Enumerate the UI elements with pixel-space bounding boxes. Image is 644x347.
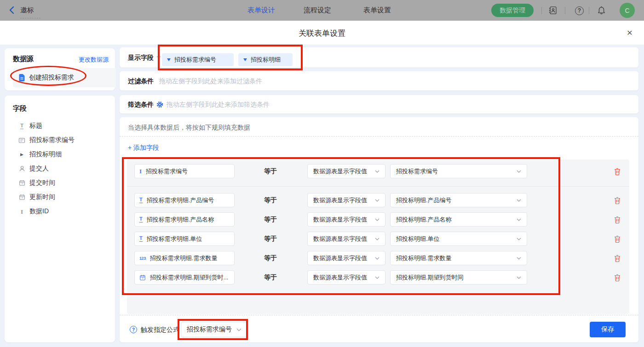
chevron-down-icon: [517, 238, 521, 240]
target-select[interactable]: 招投标明细.需求数量: [390, 251, 527, 265]
divider: [120, 315, 638, 315]
screen-condition-row[interactable]: 筛选条件 拖动左侧字段到此处来添加筛选条件: [120, 95, 638, 114]
serial-icon: [18, 137, 25, 144]
source-select[interactable]: 数据源表显示字段值: [307, 251, 385, 265]
chevron-down-icon: [375, 257, 380, 260]
delete-rule-button[interactable]: [613, 251, 622, 265]
rule-field-box[interactable]: T 招投标需求明细.产品编号: [134, 193, 235, 207]
trash-icon: [614, 197, 621, 204]
operator-label: 等于: [264, 270, 277, 284]
delete-rule-button[interactable]: [613, 232, 622, 246]
text-icon: T: [139, 216, 143, 222]
rule-field-box[interactable]: 123 招投标需求明细.需求数量: [134, 251, 235, 265]
add-field-link[interactable]: + 添加字段: [128, 144, 159, 152]
delete-rule-button[interactable]: [613, 164, 622, 178]
add-display-field-button[interactable]: +: [156, 52, 161, 62]
target-select[interactable]: 招投标明细.产品名称: [390, 212, 527, 227]
source-select[interactable]: 数据源表显示字段值: [307, 270, 385, 284]
field-item-serial[interactable]: 招投标需求编号: [13, 133, 116, 147]
target-select[interactable]: 招投标明细.期望到货时间: [390, 270, 527, 284]
id-text-icon: I: [139, 168, 142, 174]
text-icon: T: [139, 197, 143, 203]
target-select[interactable]: 招投标明细.单位: [390, 232, 527, 246]
source-select[interactable]: 数据源表显示字段值: [307, 164, 385, 178]
contacts-book-icon[interactable]: [548, 6, 557, 17]
delete-rule-button[interactable]: [613, 212, 622, 227]
chevron-down-icon: [375, 218, 380, 221]
number-icon: 123: [139, 256, 146, 261]
target-select[interactable]: 招投标明细.产品编号: [390, 193, 527, 207]
rule-field-box[interactable]: T 招投标需求明细.产品名称: [134, 212, 235, 227]
datasource-card: 数据源 更改数据源 创建招投标需求: [5, 48, 115, 91]
datasource-title: 数据源: [13, 55, 34, 63]
datasource-item-label: 创建招投标需求: [29, 74, 74, 82]
nav-separator: [589, 7, 589, 14]
operator-label: 等于: [264, 232, 277, 246]
trash-icon: [614, 216, 621, 223]
person-icon: [18, 165, 25, 172]
expand-triangle-icon[interactable]: ▶: [18, 152, 25, 157]
field-item-detail[interactable]: ▶ 招投标明细: [13, 148, 116, 161]
rules-hint: 当选择具体数据后，将按如下规则填充数据: [128, 124, 250, 132]
rule-field-box[interactable]: T 招投标需求明细.单位: [134, 232, 235, 246]
chevron-down-icon: [236, 328, 242, 331]
avatar[interactable]: C: [620, 3, 635, 18]
chevron-down-icon: [375, 199, 380, 202]
tab-form-design[interactable]: 表单设计: [247, 6, 275, 15]
back-button[interactable]: [9, 6, 14, 14]
trash-icon: [614, 255, 621, 262]
rule-field-box[interactable]: I 招投标需求编号: [134, 164, 235, 178]
divider: [120, 136, 638, 137]
dropdown-triangle-icon: [243, 58, 247, 61]
chevron-down-icon: [517, 276, 521, 279]
field-item-title[interactable]: T 标题: [13, 119, 116, 133]
display-fields-label: 显示字段: [128, 54, 154, 62]
operator-label: 等于: [264, 251, 277, 265]
calendar-icon: 7: [18, 180, 25, 186]
field-item-update-time[interactable]: 7 更新时间: [13, 190, 116, 204]
screen-condition-label: 筛选条件: [128, 101, 154, 109]
datasource-item[interactable]: 创建招投标需求: [13, 68, 116, 87]
display-field-tag[interactable]: 招投标明细: [238, 53, 293, 66]
notification-bell-icon[interactable]: [598, 6, 605, 16]
delete-rule-button[interactable]: [613, 270, 622, 284]
app-name[interactable]: 邀标: [20, 6, 34, 15]
filter-condition-row[interactable]: 过滤条件 拖动左侧字段到此处来添加过滤条件: [120, 71, 638, 91]
text-icon: T: [18, 123, 25, 129]
field-item-submitter[interactable]: 提交人: [13, 162, 116, 176]
save-button[interactable]: 保存: [590, 322, 626, 337]
trash-icon: [614, 168, 621, 175]
field-item-data-id[interactable]: I 数据ID: [13, 205, 116, 218]
calendar-icon: 7: [18, 194, 25, 200]
operator-label: 等于: [264, 212, 277, 227]
app-name-underline: [20, 18, 40, 18]
fields-card: 字段 T 标题 招投标需求编号 ▶ 招投标明细 提交人 7 提交时间 7 更新时…: [5, 96, 115, 342]
filter-condition-placeholder: 拖动左侧字段到此处来添加过滤条件: [159, 77, 262, 85]
chevron-down-icon: [517, 199, 521, 202]
tab-form-setting[interactable]: 表单设置: [363, 6, 391, 15]
trash-icon: [614, 274, 621, 281]
field-item-submit-time[interactable]: 7 提交时间: [13, 176, 116, 190]
rule-field-box[interactable]: 7 招投标需求明细.期望到货时...: [134, 270, 235, 284]
display-field-tag[interactable]: 招投标需求编号: [162, 53, 234, 66]
help-icon[interactable]: ?: [575, 6, 584, 15]
fields-title: 字段: [13, 104, 27, 113]
source-select[interactable]: 数据源表显示字段值: [307, 193, 385, 207]
nav-separator: [565, 7, 565, 14]
close-icon[interactable]: ×: [623, 26, 636, 39]
source-select[interactable]: 数据源表显示字段值: [307, 232, 385, 246]
modal-title: 关联表单设置: [0, 28, 644, 39]
tab-flow-setting[interactable]: 流程设定: [304, 6, 331, 15]
target-select[interactable]: 招投标需求编号: [390, 164, 527, 178]
help-circle-icon[interactable]: ?: [130, 326, 137, 333]
nav-separator: [541, 7, 542, 14]
chevron-down-icon: [375, 238, 380, 240]
data-manage-button[interactable]: 数据管理: [491, 4, 534, 17]
delete-rule-button[interactable]: [613, 193, 622, 207]
trigger-formula-select[interactable]: 招投标需求编号: [181, 322, 247, 337]
divider: [127, 186, 629, 187]
change-datasource-link[interactable]: 更改数据源: [79, 56, 109, 64]
gear-icon[interactable]: [156, 101, 163, 110]
source-select[interactable]: 数据源表显示字段值: [307, 212, 385, 227]
operator-label: 等于: [264, 164, 277, 178]
